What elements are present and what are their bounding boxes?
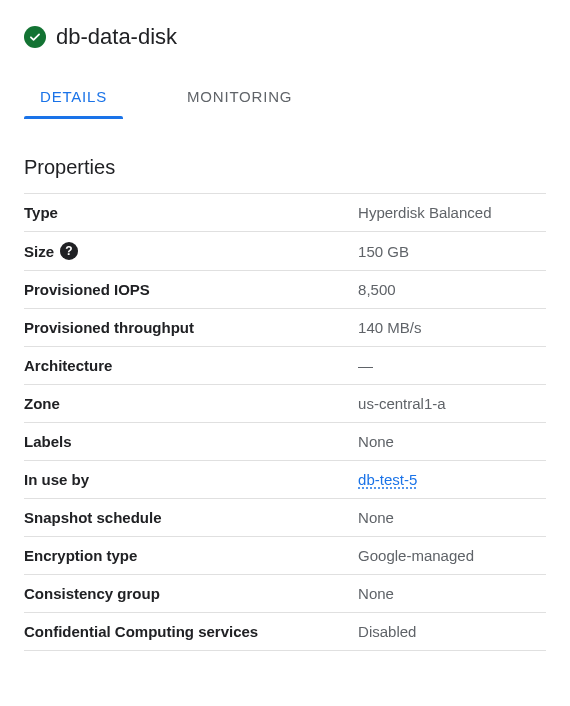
property-row: TypeHyperdisk Balanced [24, 194, 546, 232]
property-value: 140 MB/s [358, 309, 546, 347]
property-row: Size?150 GB [24, 232, 546, 271]
property-key: Size? [24, 232, 358, 271]
property-key: Snapshot schedule [24, 499, 358, 537]
property-value: — [358, 347, 546, 385]
property-value: 8,500 [358, 271, 546, 309]
property-key-label: Labels [24, 433, 72, 450]
page-header: db-data-disk [24, 24, 546, 50]
property-row: LabelsNone [24, 423, 546, 461]
property-key: Consistency group [24, 575, 358, 613]
property-key-label: Snapshot schedule [24, 509, 162, 526]
tab-monitoring[interactable]: MONITORING [171, 78, 308, 119]
property-row: Architecture— [24, 347, 546, 385]
property-row: Consistency groupNone [24, 575, 546, 613]
property-row: Encryption typeGoogle-managed [24, 537, 546, 575]
property-row: Provisioned throughput140 MB/s [24, 309, 546, 347]
property-row: Confidential Computing servicesDisabled [24, 613, 546, 651]
property-row: Zoneus-central1-a [24, 385, 546, 423]
property-key-label: In use by [24, 471, 89, 488]
property-key: Type [24, 194, 358, 232]
property-row: Provisioned IOPS8,500 [24, 271, 546, 309]
property-key-label: Consistency group [24, 585, 160, 602]
status-ok-icon [24, 26, 46, 48]
property-value: Disabled [358, 613, 546, 651]
property-key-label: Zone [24, 395, 60, 412]
property-key-label: Confidential Computing services [24, 623, 258, 640]
property-key: Zone [24, 385, 358, 423]
property-key: Provisioned IOPS [24, 271, 358, 309]
property-value: None [358, 499, 546, 537]
tab-details[interactable]: DETAILS [24, 78, 123, 119]
property-row: In use bydb-test-5 [24, 461, 546, 499]
property-value: us-central1-a [358, 385, 546, 423]
page-title: db-data-disk [56, 24, 177, 50]
tab-bar: DETAILS MONITORING [24, 78, 546, 120]
property-key-label: Type [24, 204, 58, 221]
property-value: 150 GB [358, 232, 546, 271]
section-title-properties: Properties [24, 156, 546, 179]
property-key-label: Encryption type [24, 547, 137, 564]
property-key: Provisioned throughput [24, 309, 358, 347]
property-key: Architecture [24, 347, 358, 385]
property-row: Snapshot scheduleNone [24, 499, 546, 537]
property-key: Confidential Computing services [24, 613, 358, 651]
help-icon[interactable]: ? [60, 242, 78, 260]
property-value: None [358, 423, 546, 461]
property-key-label: Provisioned throughput [24, 319, 194, 336]
property-key: In use by [24, 461, 358, 499]
property-value: Google-managed [358, 537, 546, 575]
property-key-label: Provisioned IOPS [24, 281, 150, 298]
property-value-link[interactable]: db-test-5 [358, 461, 546, 499]
property-key-label: Architecture [24, 357, 112, 374]
property-value: Hyperdisk Balanced [358, 194, 546, 232]
properties-table: TypeHyperdisk BalancedSize?150 GBProvisi… [24, 193, 546, 651]
property-value: None [358, 575, 546, 613]
property-key-label: Size [24, 243, 54, 260]
property-key: Encryption type [24, 537, 358, 575]
property-key: Labels [24, 423, 358, 461]
